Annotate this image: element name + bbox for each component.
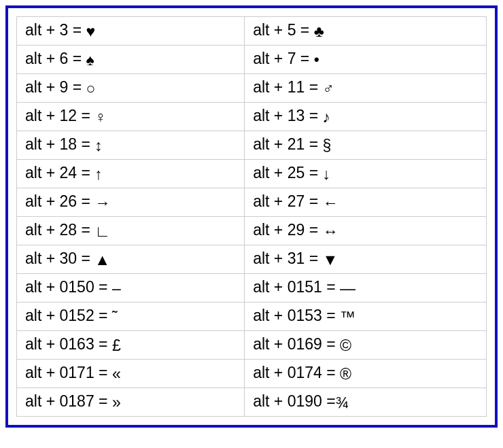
- table-row: alt + 0150 = –alt + 0151 = —: [17, 274, 487, 303]
- alt-code-cell: alt + 3 = ♥: [17, 17, 245, 46]
- alt-code-cell: alt + 11 = ♂: [245, 74, 487, 103]
- alt-code-cell: alt + 0153 = ™: [245, 303, 487, 331]
- table-row: alt + 26 = →alt + 27 = ←: [17, 188, 487, 217]
- alt-code-symbol: ♂: [322, 80, 334, 98]
- alt-code-cell: alt + 0163 = £: [17, 331, 245, 360]
- table-row: alt + 0152 = ˜alt + 0153 = ™: [17, 303, 487, 331]
- alt-code-symbol: ♣: [314, 22, 324, 41]
- alt-code-text: alt + 0190 =: [253, 392, 336, 410]
- table-row: alt + 6 = ♠alt + 7 = •: [17, 46, 487, 74]
- alt-code-text: alt + 18 =: [25, 135, 94, 153]
- alt-code-text: alt + 5 =: [253, 21, 314, 39]
- alt-code-text: alt + 12 =: [25, 107, 94, 124]
- alt-code-text: alt + 0150 =: [25, 278, 112, 296]
- alt-code-cell: alt + 13 = ♪: [245, 103, 487, 131]
- table-row: alt + 18 = ↕alt + 21 = §: [17, 131, 487, 160]
- alt-code-cell: alt + 9 = ○: [17, 74, 245, 103]
- alt-code-symbol: —: [340, 279, 355, 298]
- alt-code-text: alt + 28 =: [25, 221, 94, 239]
- alt-code-text: alt + 27 =: [253, 192, 322, 210]
- alt-code-text: alt + 0163 =: [25, 335, 112, 353]
- alt-code-text: alt + 25 =: [253, 164, 322, 182]
- alt-code-text: alt + 0169 =: [253, 335, 340, 353]
- alt-code-cell: alt + 0187 = »: [17, 388, 245, 417]
- alt-code-text: alt + 21 =: [253, 135, 322, 153]
- alt-code-symbol: ®: [340, 365, 351, 383]
- alt-code-cell: alt + 0171 = «: [17, 360, 245, 388]
- alt-code-text: alt + 26 =: [25, 192, 94, 210]
- alt-code-cell: alt + 25 = ↓: [245, 160, 487, 188]
- table-row: alt + 0171 = «alt + 0174 = ®: [17, 360, 487, 388]
- alt-code-symbol: ©: [340, 337, 351, 355]
- alt-code-symbol: ←: [322, 194, 338, 212]
- alt-code-symbol: ↔: [322, 222, 338, 241]
- alt-code-text: alt + 29 =: [253, 221, 322, 239]
- alt-code-symbol: –: [112, 279, 121, 298]
- alt-code-cell: alt + 0150 = –: [17, 274, 245, 303]
- alt-code-text: alt + 0153 =: [253, 307, 340, 324]
- table-row: alt + 24 = ↑alt + 25 = ↓: [17, 160, 487, 188]
- alt-code-cell: alt + 26 = →: [17, 188, 245, 217]
- alt-code-symbol: ¾: [336, 394, 349, 412]
- alt-code-cell: alt + 0151 = —: [245, 274, 487, 303]
- alt-code-symbol: ♀: [94, 108, 106, 126]
- alt-code-cell: alt + 24 = ↑: [17, 160, 245, 188]
- alt-code-cell: alt + 7 = •: [245, 46, 487, 74]
- table-row: alt + 0163 = £alt + 0169 = ©: [17, 331, 487, 360]
- alt-code-symbol: ™: [340, 308, 355, 326]
- alt-code-cell: alt + 12 = ♀: [17, 103, 245, 131]
- alt-code-text: alt + 0174 =: [253, 364, 340, 381]
- alt-code-cell: alt + 30 = ▲: [17, 245, 245, 274]
- alt-code-text: alt + 7 =: [253, 50, 314, 67]
- alt-code-text: alt + 11 =: [253, 78, 322, 96]
- alt-code-symbol: »: [112, 394, 121, 412]
- alt-code-symbol: §: [322, 137, 331, 155]
- table-row: alt + 3 = ♥alt + 5 = ♣: [17, 17, 487, 46]
- alt-code-cell: alt + 18 = ↕: [17, 131, 245, 160]
- alt-code-symbol: ♥: [86, 22, 96, 41]
- alt-code-text: alt + 31 =: [253, 249, 322, 267]
- alt-code-symbol: ♪: [322, 108, 330, 126]
- alt-code-symbol: ▼: [322, 251, 338, 269]
- alt-code-cell: alt + 31 = ▼: [245, 245, 487, 274]
- alt-code-table-body: alt + 3 = ♥alt + 5 = ♣alt + 6 = ♠alt + 7…: [17, 17, 487, 417]
- alt-code-symbol: ○: [86, 80, 96, 98]
- alt-code-symbol: «: [112, 365, 121, 383]
- alt-code-cell: alt + 6 = ♠: [17, 46, 245, 74]
- alt-code-cell: alt + 0174 = ®: [245, 360, 487, 388]
- alt-code-text: alt + 30 =: [25, 249, 94, 267]
- alt-code-table: alt + 3 = ♥alt + 5 = ♣alt + 6 = ♠alt + 7…: [16, 16, 487, 417]
- table-row: alt + 30 = ▲alt + 31 = ▼: [17, 245, 487, 274]
- table-row: alt + 28 = ∟alt + 29 = ↔: [17, 217, 487, 245]
- alt-code-cell: alt + 0169 = ©: [245, 331, 487, 360]
- alt-code-text: alt + 0151 =: [253, 278, 340, 296]
- alt-code-cell: alt + 0152 = ˜: [17, 303, 245, 331]
- alt-code-symbol: →: [94, 194, 110, 212]
- alt-code-cell: alt + 28 = ∟: [17, 217, 245, 245]
- table-row: alt + 0187 = »alt + 0190 =¾: [17, 388, 487, 417]
- alt-code-symbol: ↑: [94, 165, 103, 184]
- alt-code-symbol: •: [314, 51, 319, 69]
- alt-code-symbol: ↕: [94, 137, 103, 155]
- alt-code-symbol: ˜: [112, 308, 118, 326]
- alt-code-text: alt + 0187 =: [25, 392, 112, 410]
- alt-code-text: alt + 0152 =: [25, 307, 112, 324]
- alt-code-cell: alt + 27 = ←: [245, 188, 487, 217]
- alt-code-reference-container: alt + 3 = ♥alt + 5 = ♣alt + 6 = ♠alt + 7…: [5, 5, 498, 428]
- alt-code-text: alt + 13 =: [253, 107, 322, 124]
- alt-code-symbol: ♠: [86, 51, 94, 69]
- table-row: alt + 12 = ♀alt + 13 = ♪: [17, 103, 487, 131]
- alt-code-text: alt + 0171 =: [25, 364, 112, 381]
- alt-code-symbol: ↓: [322, 165, 330, 184]
- table-row: alt + 9 = ○alt + 11 = ♂: [17, 74, 487, 103]
- alt-code-text: alt + 3 =: [25, 21, 86, 39]
- alt-code-cell: alt + 21 = §: [245, 131, 487, 160]
- alt-code-text: alt + 9 =: [25, 78, 86, 96]
- alt-code-symbol: ▲: [94, 251, 110, 269]
- alt-code-cell: alt + 0190 =¾: [245, 388, 487, 417]
- alt-code-cell: alt + 5 = ♣: [245, 17, 487, 46]
- alt-code-text: alt + 6 =: [25, 50, 86, 67]
- alt-code-cell: alt + 29 = ↔: [245, 217, 487, 245]
- alt-code-symbol: £: [112, 337, 121, 355]
- alt-code-text: alt + 24 =: [25, 164, 94, 182]
